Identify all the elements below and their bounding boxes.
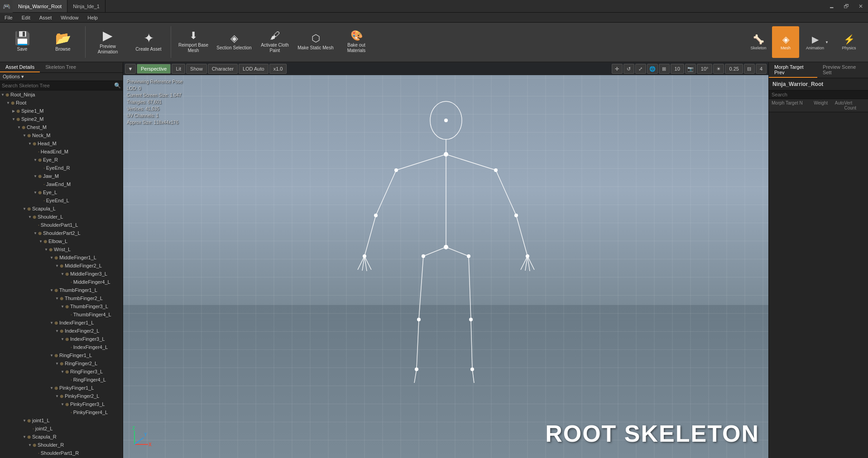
- close-button[interactable]: ✕: [854, 0, 868, 13]
- browse-button[interactable]: 📂 Browse: [43, 24, 83, 61]
- tree-item[interactable]: ▼⊕Head_M: [0, 139, 123, 148]
- menu-file[interactable]: File: [0, 13, 17, 22]
- activate-cloth-paint-button[interactable]: 🖌 Activate Cloth Paint: [254, 24, 295, 61]
- scale-icon[interactable]: ⤢: [635, 64, 646, 74]
- tree-arrow[interactable]: ▼: [43, 248, 49, 252]
- tree-arrow[interactable]: ▼: [60, 402, 65, 406]
- minimize-button[interactable]: 🗕: [825, 0, 839, 13]
- tree-item[interactable]: ▼⊕MiddleFinger1_L: [0, 253, 123, 262]
- tree-item[interactable]: ▼⊕Eye_L: [0, 188, 123, 196]
- tree-item[interactable]: ▼⊕Neck_M: [0, 131, 123, 139]
- fov-value[interactable]: 10°: [697, 64, 713, 74]
- tree-arrow[interactable]: ▼: [22, 134, 27, 138]
- tree-item[interactable]: ·joint2_L: [0, 425, 123, 433]
- tree-arrow[interactable]: ▼: [49, 256, 54, 260]
- tree-item[interactable]: ·PinkyFinger4_L: [0, 408, 123, 416]
- tree-arrow[interactable]: ▼: [60, 370, 65, 374]
- tree-arrow[interactable]: ▼: [60, 305, 65, 309]
- tree-item[interactable]: ▼⊕PinkyFinger2_L: [0, 392, 123, 400]
- lit-button[interactable]: Lit: [172, 64, 185, 74]
- tree-arrow[interactable]: ▼: [0, 93, 5, 97]
- tree-arrow[interactable]: ▶: [11, 109, 16, 113]
- tree-arrow[interactable]: ▼: [54, 264, 60, 268]
- reimport-base-mesh-button[interactable]: ⬇ Reimport Base Mesh: [173, 24, 214, 61]
- skeleton-tree-tab[interactable]: Skeleton Tree: [40, 62, 82, 72]
- make-static-mesh-button[interactable]: ⬡ Make Static Mesh: [295, 24, 336, 61]
- move-icon[interactable]: ✛: [612, 64, 623, 74]
- tree-item[interactable]: ▼⊕RingFinger2_L: [0, 359, 123, 367]
- tree-arrow[interactable]: ▼: [49, 386, 54, 390]
- tree-item[interactable]: ·IndexFinger4_L: [0, 343, 123, 351]
- tree-item[interactable]: ▼⊕ShoulderPart2_L: [0, 229, 123, 237]
- viewport-options-button[interactable]: ▼: [125, 64, 136, 74]
- tree-arrow[interactable]: ▼: [33, 174, 38, 178]
- menu-window[interactable]: Window: [56, 13, 83, 22]
- animation-mode-button[interactable]: ▶ Animation ▼: [799, 26, 835, 58]
- show-button[interactable]: Show: [186, 64, 207, 74]
- mesh-mode-button[interactable]: ◈ Mesh: [772, 26, 799, 58]
- tree-item[interactable]: ▼⊕Root: [0, 99, 123, 107]
- create-asset-button[interactable]: ✦ Create Asset: [128, 24, 169, 61]
- viewport[interactable]: ▼ Perspective Lit Show Character LOD Aut…: [123, 62, 768, 458]
- tree-item[interactable]: ▼⊕PinkyFinger1_L: [0, 384, 123, 392]
- tab-ninja-ide[interactable]: Ninja_Ide_1: [67, 0, 106, 12]
- tree-item[interactable]: ·ThumbFinger4_L: [0, 310, 123, 319]
- tree-arrow[interactable]: ▼: [49, 353, 54, 358]
- tree-arrow[interactable]: ▼: [5, 101, 11, 105]
- save-button[interactable]: 💾 Save: [2, 24, 43, 61]
- asset-details-tab[interactable]: Asset Details: [0, 62, 40, 72]
- menu-edit[interactable]: Edit: [17, 13, 35, 22]
- character-button[interactable]: Character: [208, 64, 238, 74]
- preview-scene-tab[interactable]: Preview Scene Sett: [817, 62, 868, 78]
- tree-item[interactable]: ·EyeEnd_R: [0, 164, 123, 172]
- tree-item[interactable]: ▶⊕Spine1_M: [0, 107, 123, 115]
- world-icon[interactable]: 🌐: [647, 64, 658, 74]
- tree-item[interactable]: ▼⊕ThumbFinger3_L: [0, 302, 123, 310]
- morph-target-tab[interactable]: Morph Target Prev: [769, 62, 817, 78]
- layout-value[interactable]: 4: [756, 64, 767, 74]
- layout-icon[interactable]: ⊟: [744, 64, 755, 74]
- tree-item[interactable]: ·HeadEnd_M: [0, 148, 123, 156]
- tree-arrow[interactable]: ▼: [22, 207, 27, 211]
- tree-item[interactable]: ▼⊕Eye_R: [0, 156, 123, 164]
- tree-item[interactable]: ▼⊕ThumbFinger2_L: [0, 294, 123, 302]
- tree-arrow[interactable]: ▼: [49, 288, 54, 292]
- tree-arrow[interactable]: ▼: [60, 337, 65, 341]
- preview-animation-button[interactable]: ▶ Preview Animation: [87, 24, 128, 61]
- tree-arrow[interactable]: ▼: [33, 191, 38, 195]
- tree-item[interactable]: ·EyeEnd_L: [0, 196, 123, 205]
- tree-item[interactable]: ▼⊕Shoulder_R: [0, 441, 123, 449]
- tree-item[interactable]: ▼⊕Jaw_M: [0, 172, 123, 180]
- grid-size[interactable]: 10: [671, 64, 684, 74]
- tree-item[interactable]: ▼⊕IndexFinger3_L: [0, 335, 123, 343]
- scale-button[interactable]: x1.0: [269, 64, 287, 74]
- tree-arrow[interactable]: ▼: [22, 435, 27, 439]
- bake-out-materials-button[interactable]: 🎨 Bake out Materials: [336, 24, 377, 61]
- tree-arrow[interactable]: ▼: [11, 117, 16, 121]
- physics-mode-button[interactable]: ⚡ Physics: [835, 26, 863, 58]
- tree-item[interactable]: ▼⊕Shoulder_L: [0, 213, 123, 221]
- tree-arrow[interactable]: ▼: [54, 362, 60, 366]
- perspective-button[interactable]: Perspective: [137, 64, 171, 74]
- tree-item[interactable]: ▼⊕ThumbFinger1_L: [0, 286, 123, 294]
- tree-item[interactable]: ▼⊕PinkyFinger3_L: [0, 400, 123, 408]
- tree-item[interactable]: ▼⊕Root_Ninja: [0, 91, 123, 99]
- tree-item[interactable]: ▼⊕Scapula_R: [0, 433, 123, 441]
- tree-arrow[interactable]: ▼: [60, 272, 65, 276]
- tab-ninja-warrior-root[interactable]: Ninja_Warrior_Root: [13, 0, 67, 12]
- exposure-value[interactable]: 0.25: [725, 64, 743, 74]
- camera-icon[interactable]: 📷: [685, 64, 696, 74]
- tree-item[interactable]: ▼⊕MiddleFinger2_L: [0, 262, 123, 270]
- lod-button[interactable]: LOD Auto: [239, 64, 269, 74]
- grid-icon[interactable]: ⊞: [659, 64, 670, 74]
- tree-arrow[interactable]: ▼: [33, 231, 38, 235]
- tree-arrow[interactable]: ▼: [49, 321, 54, 325]
- tree-arrow[interactable]: ▼: [27, 215, 33, 219]
- tree-arrow[interactable]: ▼: [27, 443, 33, 447]
- skeleton-search-input[interactable]: [2, 83, 114, 88]
- tree-arrow[interactable]: ▼: [33, 158, 38, 162]
- tree-arrow[interactable]: ▼: [16, 125, 22, 129]
- tree-item[interactable]: ·MiddleFinger4_L: [0, 278, 123, 286]
- tree-arrow[interactable]: ▼: [54, 296, 60, 301]
- tree-item[interactable]: ▼⊕Scapula_L: [0, 205, 123, 213]
